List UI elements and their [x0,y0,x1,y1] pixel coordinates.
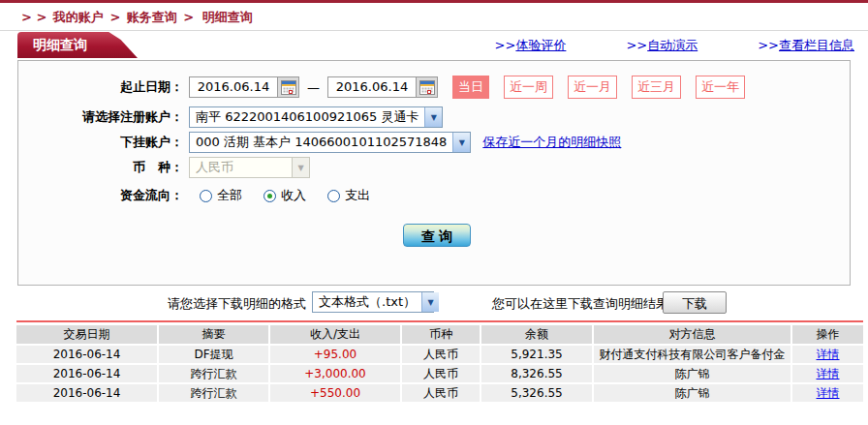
flow-option-all[interactable]: 全部 [200,187,242,204]
breadcrumb-separator: > [109,10,120,24]
amount-cell: +95.00 [270,346,400,363]
breadcrumb-item-my-account[interactable]: 我的账户 [53,10,104,24]
flow-option-income-label: 收入 [281,187,306,204]
header-balance: 余额 [481,325,592,344]
date-from-input[interactable]: 2016.06.14 [190,77,277,97]
header-amount: 收入/支出 [270,325,400,344]
breadcrumb-prefix: > > [21,10,46,24]
experience-rating-link[interactable]: >>体验评价 [495,37,567,54]
chevron-down-icon: ▼ [292,158,309,177]
column-info-link[interactable]: >>查看栏目信息 [758,37,854,54]
table-header-row: 交易日期 摘要 收入/支出 币种 余额 对方信息 操作 [16,325,863,344]
top-accent-line [0,0,868,3]
detail-link[interactable]: 详情 [817,367,840,380]
chevron-down-icon: ▼ [424,107,442,127]
calendar-icon [419,80,435,95]
query-button[interactable]: 查 询 [403,224,471,247]
radio-unchecked-icon[interactable] [327,190,340,202]
radio-checked-icon[interactable] [264,190,276,202]
summary-cell: 跨行汇款 [159,384,268,402]
table-top-accent [16,320,863,322]
sub-account-select[interactable]: 000 活期 基本户 1406600101102571848 ▼ [189,132,471,153]
currency-row: 币 种： 人民币 ▼ [18,156,850,179]
table-body: 2016-06-14DF提现+95.00人民币5,921.35财付通支付科技有限… [16,346,863,402]
range-today-button[interactable]: 当日 [452,76,489,99]
download-hint: 您可以在这里下载查询明细结果 [492,295,668,313]
header-links: >>体验评价 >>自动演示 >>查看栏目信息 [495,37,854,54]
download-row: 请您选择下载明细的格式 文本格式（.txt） ▼ 您可以在这里下载查询明细结果 … [0,291,868,315]
sub-account-label: 下挂账户： [18,134,183,151]
table-row: 2016-06-14跨行汇款+3,000.00人民币8,326.55陈广锦详情 [16,365,863,382]
breadcrumb-item-account-query[interactable]: 账务查询 [127,10,177,24]
snapshot-link[interactable]: 保存近一个月的明细快照 [482,134,621,151]
table-row: 2016-06-14跨行汇款+550.00人民币5,326.55陈广锦详情 [16,384,863,402]
balance-cell: 5,326.55 [481,384,592,402]
flow-option-expense[interactable]: 支出 [327,187,370,204]
table-row: 2016-06-14DF提现+95.00人民币5,921.35财付通支付科技有限… [16,346,863,363]
header-date: 交易日期 [16,325,157,344]
date-from-calendar-button[interactable] [277,77,298,97]
counterparty-cell: 陈广锦 [594,384,790,402]
link-label: 体验评价 [515,38,566,52]
currency-label: 币 种： [18,159,183,176]
download-button[interactable]: 下载 [663,291,727,314]
counterparty-cell: 陈广锦 [594,365,790,382]
header-summary: 摘要 [159,325,268,344]
download-format-select[interactable]: 文本格式（.txt） ▼ [312,291,434,313]
date-to-input[interactable]: 2016.06.14 [328,77,416,97]
chevron-down-icon: ▼ [452,133,470,152]
currency-cell: 人民币 [402,365,480,382]
radio-unchecked-icon[interactable] [200,190,212,202]
date-to-field: 2016.06.14 [327,76,438,98]
calendar-icon [281,80,296,95]
date-range-label: 起止日期： [18,78,183,96]
download-format-value: 文本格式（.txt） [313,292,421,312]
flow-option-all-label: 全部 [217,187,242,204]
action-cell: 详情 [792,346,863,363]
registered-account-select[interactable]: 南平 6222001406100921065 灵通卡 ▼ [189,106,443,128]
summary-cell: DF提现 [159,346,268,363]
date-to-calendar-button[interactable] [416,77,437,97]
detail-link[interactable]: 详情 [817,386,840,400]
download-format-label: 请您选择下载明细的格式 [168,295,306,313]
header-counterparty: 对方信息 [594,325,790,344]
link-arrows: >> [626,38,647,52]
detail-query-page: > > 我的账户 > 账务查询 > 明细查询 明细查询 >>体验评价 >>自动演… [0,0,868,425]
header-divider [0,30,868,31]
action-cell: 详情 [792,384,863,402]
result-table: 交易日期 摘要 收入/支出 币种 余额 对方信息 操作 2016-06-14DF… [16,325,863,404]
date-cell: 2016-06-14 [16,365,157,382]
summary-cell: 跨行汇款 [159,365,268,382]
flow-direction-label: 资金流向： [18,187,183,204]
query-form-panel: 起止日期： 2016.06.14 — [17,60,851,286]
detail-link[interactable]: 详情 [817,348,840,361]
link-arrows: >> [495,38,516,52]
range-last-3-months-button[interactable]: 近三月 [632,76,681,99]
balance-cell: 5,921.35 [481,346,592,363]
range-last-month-button[interactable]: 近一月 [568,76,617,99]
flow-option-expense-label: 支出 [345,187,370,204]
auto-demo-link[interactable]: >>自动演示 [626,37,698,54]
sub-account-value: 000 活期 基本户 1406600101102571848 [190,133,452,152]
sub-account-row: 下挂账户： 000 活期 基本户 1406600101102571848 ▼ 保… [18,131,850,154]
date-cell: 2016-06-14 [16,346,157,363]
date-range-separator: — [307,80,320,95]
breadcrumb-item-detail-query: 明细查询 [202,10,253,24]
range-last-week-button[interactable]: 近一周 [504,76,553,99]
currency-value: 人民币 [190,158,239,177]
currency-cell: 人民币 [402,346,480,363]
registered-account-value: 南平 6222001406100921065 灵通卡 [190,107,424,127]
amount-cell: +550.00 [270,384,400,402]
breadcrumb: > > 我的账户 > 账务查询 > 明细查询 [19,9,255,26]
page-title-tab: 明细查询 [17,32,138,58]
action-cell: 详情 [792,365,863,382]
header-currency: 币种 [402,325,480,344]
registered-account-label: 请选择注册账户： [18,108,183,126]
range-last-year-button[interactable]: 近一年 [696,76,745,99]
counterparty-cell: 财付通支付科技有限公司客户备付金 [594,346,790,363]
link-label: 自动演示 [647,38,698,52]
currency-cell: 人民币 [402,384,480,402]
date-cell: 2016-06-14 [16,384,157,402]
currency-select: 人民币 ▼ [189,157,310,178]
flow-option-income[interactable]: 收入 [264,187,306,204]
